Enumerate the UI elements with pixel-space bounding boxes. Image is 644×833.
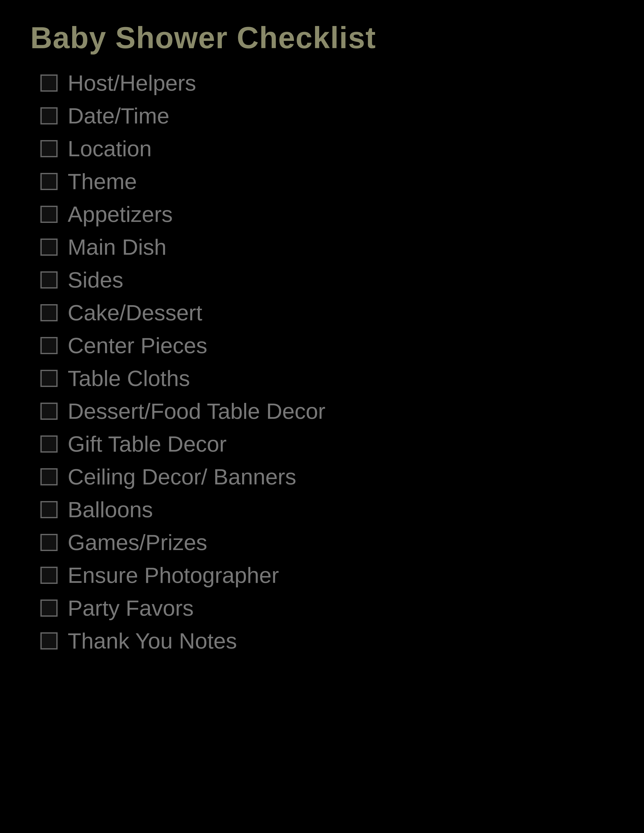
label-center-pieces: Center Pieces bbox=[68, 333, 207, 359]
list-item: Balloons bbox=[40, 497, 614, 523]
list-item: Appetizers bbox=[40, 201, 614, 227]
checkbox-thank-you-notes[interactable] bbox=[40, 632, 58, 650]
label-sides: Sides bbox=[68, 267, 123, 293]
list-item: Gift Table Decor bbox=[40, 431, 614, 457]
label-cake-dessert: Cake/Dessert bbox=[68, 300, 202, 326]
list-item: Ceiling Decor/ Banners bbox=[40, 464, 614, 490]
checkbox-theme[interactable] bbox=[40, 173, 58, 190]
label-ensure-photographer: Ensure Photographer bbox=[68, 563, 279, 588]
label-ceiling-decor-banners: Ceiling Decor/ Banners bbox=[68, 464, 296, 490]
label-date-time: Date/Time bbox=[68, 103, 169, 129]
label-games-prizes: Games/Prizes bbox=[68, 529, 207, 555]
list-item: Dessert/Food Table Decor bbox=[40, 398, 614, 424]
page-title: Baby Shower Checklist bbox=[30, 20, 614, 55]
checkbox-balloons[interactable] bbox=[40, 501, 58, 518]
list-item: Thank You Notes bbox=[40, 628, 614, 654]
label-party-favors: Party Favors bbox=[68, 595, 194, 621]
checkbox-center-pieces[interactable] bbox=[40, 337, 58, 354]
list-item: Theme bbox=[40, 169, 614, 195]
checkbox-ensure-photographer[interactable] bbox=[40, 567, 58, 584]
label-location: Location bbox=[68, 136, 152, 162]
checkbox-cake-dessert[interactable] bbox=[40, 304, 58, 321]
checkbox-ceiling-decor-banners[interactable] bbox=[40, 468, 58, 486]
list-item: Date/Time bbox=[40, 103, 614, 129]
list-item: Location bbox=[40, 136, 614, 162]
checkbox-sides[interactable] bbox=[40, 271, 58, 288]
checkbox-gift-table-decor[interactable] bbox=[40, 436, 58, 453]
checkbox-host-helpers[interactable] bbox=[40, 74, 58, 92]
checkbox-date-time[interactable] bbox=[40, 107, 58, 124]
label-thank-you-notes: Thank You Notes bbox=[68, 628, 237, 654]
list-item: Table Cloths bbox=[40, 365, 614, 391]
list-item: Main Dish bbox=[40, 234, 614, 260]
list-item: Ensure Photographer bbox=[40, 563, 614, 588]
list-item: Cake/Dessert bbox=[40, 300, 614, 326]
label-balloons: Balloons bbox=[68, 497, 153, 523]
checkbox-table-cloths[interactable] bbox=[40, 370, 58, 387]
checkbox-location[interactable] bbox=[40, 140, 58, 157]
label-gift-table-decor: Gift Table Decor bbox=[68, 431, 227, 457]
list-item: Center Pieces bbox=[40, 333, 614, 359]
list-item: Games/Prizes bbox=[40, 529, 614, 555]
label-appetizers: Appetizers bbox=[68, 201, 173, 227]
checkbox-party-favors[interactable] bbox=[40, 600, 58, 617]
label-main-dish: Main Dish bbox=[68, 234, 166, 260]
checkbox-main-dish[interactable] bbox=[40, 238, 58, 256]
label-dessert-food-table-decor: Dessert/Food Table Decor bbox=[68, 398, 325, 424]
checkbox-dessert-food-table-decor[interactable] bbox=[40, 403, 58, 420]
list-item: Sides bbox=[40, 267, 614, 293]
checkbox-games-prizes[interactable] bbox=[40, 534, 58, 551]
label-table-cloths: Table Cloths bbox=[68, 365, 190, 391]
list-item: Party Favors bbox=[40, 595, 614, 621]
label-theme: Theme bbox=[68, 169, 137, 195]
label-host-helpers: Host/Helpers bbox=[68, 70, 196, 96]
checklist: Host/HelpersDate/TimeLocationThemeAppeti… bbox=[40, 70, 614, 654]
list-item: Host/Helpers bbox=[40, 70, 614, 96]
checkbox-appetizers[interactable] bbox=[40, 206, 58, 223]
